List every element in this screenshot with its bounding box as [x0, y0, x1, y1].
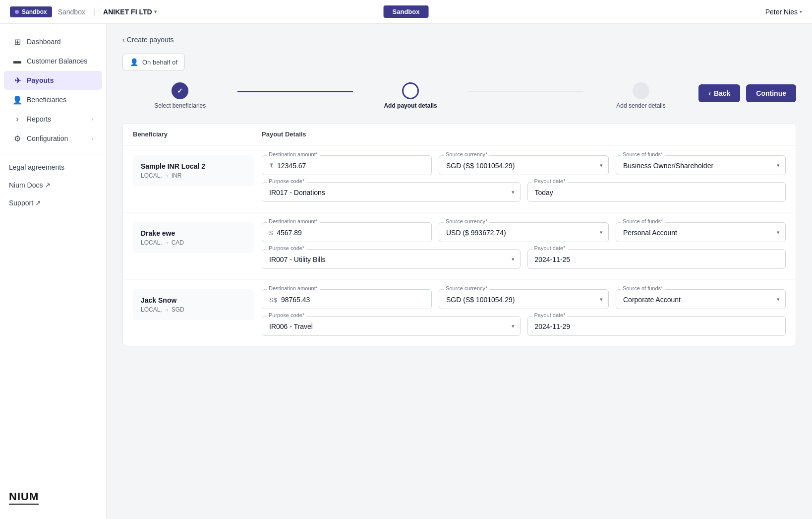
configuration-icon: ⚙	[13, 134, 22, 143]
company-name[interactable]: ANIKET FI LTD ▾	[103, 8, 157, 16]
payout-date-val-2[interactable]	[535, 256, 779, 263]
payout-date-label-1: Payout date*	[532, 178, 568, 184]
ben-name-1: Sample INR Local 2	[141, 162, 246, 170]
step-1-circle: ✓	[172, 82, 188, 99]
detail-row-1b: Purpose code* IR017 - Donations ▾ Payout…	[262, 182, 786, 202]
purpose-code-field-2: Purpose code* IR007 - Utility Bills ▾	[262, 249, 521, 269]
source-of-funds-field-1: Source of funds* Business Owner/Sharehol…	[616, 155, 786, 175]
purpose-code-field-1: Purpose code* IR017 - Donations ▾	[262, 182, 521, 202]
th-payout-details: Payout Details	[262, 130, 786, 138]
purpose-code-field-3: Purpose code* IR006 - Travel ▾	[262, 316, 521, 336]
stepper-section: ✓ Select beneficiaries Add payout detail…	[122, 82, 796, 109]
payout-date-val-1[interactable]	[535, 189, 779, 196]
step-2-label: Add payout details	[384, 102, 437, 109]
sidebar-item-configuration[interactable]: ⚙ Configuration ›	[4, 129, 102, 148]
support-label: Support ↗	[9, 199, 41, 207]
payout-date-val-3[interactable]	[535, 323, 779, 330]
sidebar-item-payouts[interactable]: ✈ Payouts	[4, 71, 102, 90]
payout-date-field-1: Payout date*	[527, 182, 786, 202]
source-currency-select-3[interactable]: SGD (S$ 1001054.29)	[439, 289, 609, 309]
table-row: Drake ewe LOCAL, → CAD Destination amoun…	[123, 212, 796, 279]
source-currency-label-1: Source currency*	[444, 151, 489, 157]
connector-2-3	[468, 91, 583, 92]
sandbox-label: Sandbox	[58, 8, 85, 16]
step-1-label: Select beneficiaries	[154, 102, 206, 109]
sidebar-item-niumdocs[interactable]: Nium Docs ↗	[0, 176, 106, 194]
purpose-code-select-3[interactable]: IR006 - Travel	[262, 316, 521, 336]
payout-date-label-3: Payout date*	[532, 312, 568, 318]
step-add-sender-details: Add sender details	[583, 82, 698, 109]
topbar-left: Sandbox Sandbox | ANIKET FI LTD ▾	[10, 6, 157, 17]
payout-table: Beneficiary Payout Details Sample INR Lo…	[122, 123, 796, 346]
purpose-code-label-1: Purpose code*	[267, 178, 306, 184]
step-3-label: Add sender details	[616, 102, 665, 109]
sidebar-item-label-customer-balances: Customer Balances	[27, 57, 87, 65]
amount-input-3[interactable]	[281, 296, 424, 304]
source-currency-select-2[interactable]: USD ($ 993672.74)	[439, 222, 609, 242]
stepper-actions: ‹ Back Continue	[698, 82, 796, 102]
back-button[interactable]: ‹ Back	[698, 84, 740, 102]
purpose-code-select-2[interactable]: IR007 - Utility Bills	[262, 249, 521, 269]
amount-input-2[interactable]	[277, 229, 424, 237]
payout-date-input-1[interactable]	[527, 182, 786, 202]
arrow-icon-3: →	[164, 307, 170, 313]
destination-amount-input-1[interactable]: ₹	[262, 155, 432, 175]
sidebar-nav: ⊞ Dashboard ▬ Customer Balances ✈ Payout…	[0, 32, 106, 482]
sidebar: ⊞ Dashboard ▬ Customer Balances ✈ Payout…	[0, 24, 107, 519]
person-icon: 👤	[130, 58, 138, 66]
destination-amount-label-1: Destination amount*	[267, 151, 320, 157]
destination-amount-label-2: Destination amount*	[267, 218, 320, 224]
source-of-funds-field-2: Source of funds* Personal Account ▾	[616, 222, 786, 242]
connector-1-2	[237, 91, 352, 92]
destination-amount-input-2[interactable]: $	[262, 222, 432, 242]
nium-logo: NIUM	[9, 490, 39, 503]
source-currency-field-3: Source currency* SGD (S$ 1001054.29) ▾	[439, 289, 609, 309]
back-to-create-payouts[interactable]: ‹ Create payouts	[122, 36, 174, 44]
payout-date-input-2[interactable]	[527, 249, 786, 269]
continue-button[interactable]: Continue	[746, 84, 796, 102]
layout: ⊞ Dashboard ▬ Customer Balances ✈ Payout…	[0, 24, 812, 519]
sidebar-item-customer-balances[interactable]: ▬ Customer Balances	[4, 52, 102, 70]
source-of-funds-select-1[interactable]: Business Owner/Shareholder	[616, 155, 786, 175]
step-select-beneficiaries: ✓ Select beneficiaries	[122, 82, 237, 109]
breadcrumb-arrow-icon: ‹	[122, 36, 125, 44]
beneficiary-cell-2: Drake ewe LOCAL, → CAD	[133, 222, 254, 253]
sidebar-item-legal[interactable]: Legal agreements	[0, 158, 106, 176]
source-of-funds-label-1: Source of funds*	[621, 151, 665, 157]
ben-name-2: Drake ewe	[141, 229, 246, 237]
sidebar-item-beneficiaries[interactable]: 👤 Beneficiaries	[4, 90, 102, 109]
sandbox-badge[interactable]: Sandbox	[10, 6, 52, 17]
ben-info-1: LOCAL, → INR	[141, 172, 246, 179]
destination-amount-field-2: Destination amount* $	[262, 222, 432, 242]
step-add-payout-details: Add payout details	[353, 82, 468, 109]
detail-row-2b: Purpose code* IR007 - Utility Bills ▾ Pa…	[262, 249, 786, 269]
destination-amount-input-3[interactable]: S$	[262, 289, 432, 309]
amount-input-1[interactable]	[277, 162, 424, 170]
sidebar-bottom: NIUM	[0, 482, 106, 511]
config-expand-icon: ›	[92, 136, 93, 141]
payout-details-3: Destination amount* S$ Source currency* …	[262, 289, 786, 336]
source-of-funds-label-3: Source of funds*	[621, 285, 665, 291]
sandbox-badge-label: Sandbox	[22, 8, 47, 15]
source-currency-select-1[interactable]: SGD (S$ 1001054.29)	[439, 155, 609, 175]
source-of-funds-select-3[interactable]: Corporate Account	[616, 289, 786, 309]
purpose-code-select-1[interactable]: IR017 - Donations	[262, 182, 521, 202]
sidebar-item-label-configuration: Configuration	[27, 134, 68, 142]
payout-date-label-2: Payout date*	[532, 245, 568, 251]
source-currency-field-2: Source currency* USD ($ 993672.74) ▾	[439, 222, 609, 242]
currency-prefix-1: ₹	[269, 162, 273, 170]
sidebar-item-reports[interactable]: › Reports ›	[4, 110, 102, 129]
user-menu[interactable]: Peter Nies ▾	[765, 8, 802, 16]
payout-date-input-3[interactable]	[527, 316, 786, 336]
sidebar-item-support[interactable]: Support ↗	[0, 194, 106, 212]
payout-details-2: Destination amount* $ Source currency* U…	[262, 222, 786, 269]
sidebar-item-dashboard[interactable]: ⊞ Dashboard	[4, 32, 102, 51]
back-arrow-icon: ‹	[708, 89, 711, 97]
legal-label: Legal agreements	[9, 163, 64, 171]
currency-prefix-3: S$	[269, 296, 277, 304]
purpose-code-label-3: Purpose code*	[267, 312, 306, 318]
source-of-funds-field-3: Source of funds* Corporate Account ▾	[616, 289, 786, 309]
currency-prefix-2: $	[269, 229, 273, 237]
source-of-funds-select-2[interactable]: Personal Account	[616, 222, 786, 242]
on-behalf-button[interactable]: 👤 On behalf of	[122, 54, 185, 70]
